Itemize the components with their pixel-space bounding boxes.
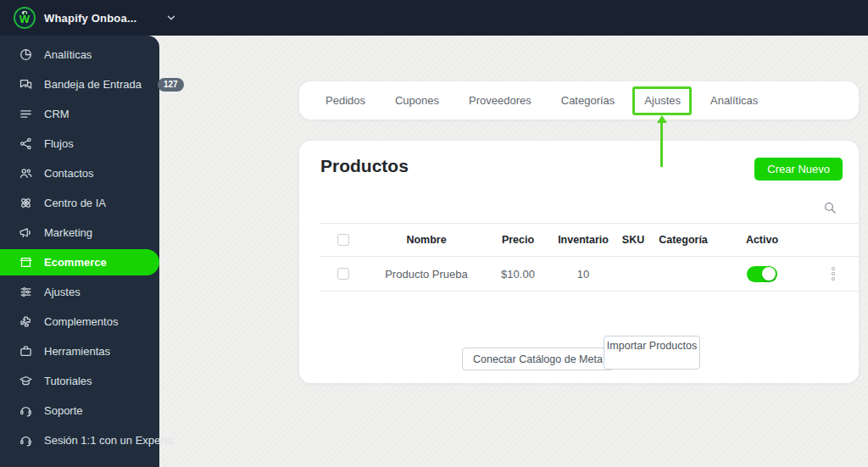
crm-icon xyxy=(18,107,33,122)
sidebar-item-ecommerce[interactable]: Ecommerce xyxy=(0,249,159,275)
sidebar-item-complementos[interactable]: Complementos xyxy=(0,307,159,336)
sidebar-item-label: Sesión 1:1 con un Experto xyxy=(44,434,174,447)
sidebar-item-bandeja-de-entrada[interactable]: Bandeja de Entrada 127 xyxy=(0,69,159,99)
create-new-button[interactable]: Crear Nuevo xyxy=(754,158,843,181)
row-checkbox[interactable] xyxy=(337,268,349,280)
sidebar-item-crm[interactable]: CRM xyxy=(0,99,159,129)
sidebar-item-contactos[interactable]: Contactos xyxy=(0,158,159,188)
analytics-icon xyxy=(18,47,33,63)
sidebar-item-label: Contactos xyxy=(44,167,94,180)
ecommerce-tab-proveedores[interactable]: Proveedores xyxy=(458,89,542,112)
column-header-precio: Precio xyxy=(486,234,550,246)
tab-label: Ajustes xyxy=(644,94,681,107)
page-title: Productos xyxy=(320,156,409,176)
sidebar-item-label: Ajustes xyxy=(44,286,81,298)
tab-label: Analíticas xyxy=(710,94,758,107)
flows-icon xyxy=(18,136,33,152)
tab-label: Pedidos xyxy=(326,94,365,107)
sidebar-item-label: Marketing xyxy=(44,226,92,239)
ecommerce-tab-pedidos[interactable]: Pedidos xyxy=(314,89,376,112)
column-header-categoria: Categoría xyxy=(650,234,716,246)
main-content: Pedidos Cupones Proveedores Categorías A… xyxy=(159,36,868,467)
whapify-logo: W xyxy=(14,7,36,29)
sidebar-item-tutoriales[interactable]: Tutoriales xyxy=(0,366,159,396)
cell-precio: $10.00 xyxy=(486,268,550,281)
unread-count-badge: 127 xyxy=(158,78,184,92)
search-icon[interactable] xyxy=(823,201,837,214)
logo-eye xyxy=(21,10,28,15)
ecommerce-tab-ajustes[interactable]: Ajustes xyxy=(633,89,692,112)
import-products-button[interactable]: Importar Productos xyxy=(604,336,700,370)
sidebar: Analíticas Bandeja de Entrada 127 CRM Fl… xyxy=(0,36,159,467)
products-card: Productos Crear Nuevo Nombre Precio Inve… xyxy=(299,141,859,383)
tutorials-icon xyxy=(18,374,33,389)
ecommerce-tab-analiticas[interactable]: Analíticas xyxy=(699,89,769,112)
sidebar-item-label: Centro de IA xyxy=(44,197,106,209)
sidebar-item-label: Soporte xyxy=(44,404,83,417)
chevron-down-icon[interactable] xyxy=(165,12,177,24)
sidebar-item-label: Complementos xyxy=(44,315,118,328)
active-toggle[interactable] xyxy=(747,266,777,282)
workspace-name[interactable]: Whapify Onboa... xyxy=(44,12,136,25)
column-header-sku: SKU xyxy=(616,234,650,246)
sidebar-item-soporte[interactable]: Soporte xyxy=(0,396,159,425)
contacts-icon xyxy=(18,166,33,181)
ecommerce-tab-bar: Pedidos Cupones Proveedores Categorías A… xyxy=(299,81,859,120)
sidebar-item-label: Bandeja de Entrada xyxy=(44,78,142,91)
tab-label: Cupones xyxy=(395,94,439,107)
select-all-checkbox[interactable] xyxy=(337,234,349,246)
inbox-icon xyxy=(18,77,33,92)
sidebar-item-label: Herramientas xyxy=(44,345,110,358)
column-header-inventario: Inventario xyxy=(550,234,616,246)
cell-inventario: 10 xyxy=(550,268,616,281)
tab-label: Categorías xyxy=(561,94,615,107)
connect-meta-catalog-button[interactable]: Conectar Catálogo de Meta xyxy=(462,347,614,370)
sidebar-item-label: CRM xyxy=(44,108,70,120)
marketing-icon xyxy=(18,225,33,241)
table-row: Producto Prueba $10.00 10 xyxy=(320,256,859,292)
cell-nombre: Producto Prueba xyxy=(367,268,486,281)
ai-center-icon xyxy=(18,196,33,211)
ecommerce-icon xyxy=(18,255,33,270)
column-header-nombre: Nombre xyxy=(367,234,486,246)
products-table: Nombre Precio Inventario SKU Categoría A… xyxy=(320,223,859,292)
tab-label: Proveedores xyxy=(469,94,531,107)
sidebar-item-sesion-1-1-con-un-experto[interactable]: Sesión 1:1 con un Experto xyxy=(0,425,159,455)
support-icon xyxy=(18,403,33,419)
sidebar-item-label: Ecommerce xyxy=(44,256,107,269)
expert-session-icon xyxy=(18,433,33,448)
sidebar-item-ajustes[interactable]: Ajustes xyxy=(0,277,159,307)
addons-icon xyxy=(18,314,33,330)
tools-icon xyxy=(18,344,33,359)
sidebar-item-centro-de-ia[interactable]: Centro de IA xyxy=(0,188,159,218)
table-header-row: Nombre Precio Inventario SKU Categoría A… xyxy=(320,223,859,256)
sidebar-item-label: Analíticas xyxy=(44,48,92,61)
ecommerce-tab-cupones[interactable]: Cupones xyxy=(384,89,450,112)
sidebar-item-analiticas[interactable]: Analíticas xyxy=(0,40,159,69)
sidebar-item-label: Flujos xyxy=(44,137,74,150)
sidebar-item-label: Tutoriales xyxy=(44,375,92,387)
ecommerce-tab-categorias[interactable]: Categorías xyxy=(550,89,626,112)
app-header: W Whapify Onboa... xyxy=(0,0,868,36)
row-actions-menu-icon[interactable] xyxy=(828,264,838,284)
settings-icon xyxy=(18,285,33,300)
sidebar-item-herramientas[interactable]: Herramientas xyxy=(0,336,159,366)
sidebar-item-flujos[interactable]: Flujos xyxy=(0,129,159,158)
column-header-activo: Activo xyxy=(716,234,808,246)
sidebar-item-marketing[interactable]: Marketing xyxy=(0,218,159,247)
